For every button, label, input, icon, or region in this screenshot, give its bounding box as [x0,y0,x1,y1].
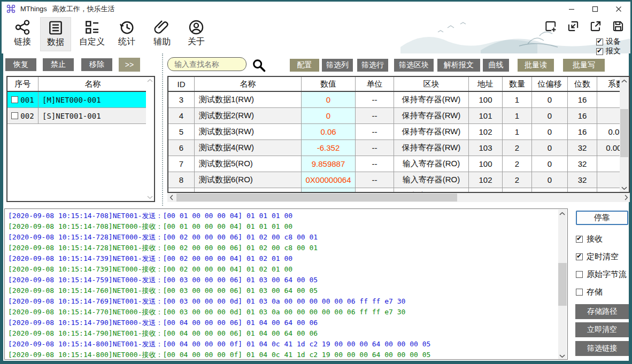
curve-button[interactable]: 曲线 [483,59,509,72]
device-row-checkbox[interactable] [11,96,18,103]
expand-button[interactable]: >> [119,58,140,72]
scroll-left-button[interactable] [167,193,175,202]
cell-value[interactable]: 0 [302,92,356,107]
vscrollbar-thumb[interactable] [558,263,567,306]
message-toggle[interactable]: 报文 [596,47,621,56]
scroll-up-icon [147,79,153,83]
receive-checkbox[interactable] [576,236,583,243]
cell-name: 测试数据5(RO) [195,156,302,172]
data-row[interactable]: 5 测试数据3(RW) 0.06 -- 保持寄存器(RW) 102 1 0 16… [168,124,630,140]
vscrollbar-thumb[interactable] [620,109,628,157]
storage-checkbox[interactable] [576,289,583,296]
batch-read-button[interactable]: 批量读 [518,59,554,72]
dock-button[interactable]: 停靠 [576,211,628,225]
cell-bits: 16 [568,108,597,123]
log-vscrollbar[interactable] [558,210,567,360]
toolbar-item-assist[interactable]: 辅助 [147,17,177,51]
column-header-num[interactable]: 序号 [7,77,38,91]
minimize-button[interactable] [560,2,583,16]
timed-clear-option-label: 定时清空 [587,252,619,262]
disable-button[interactable]: 禁止 [43,58,74,71]
panel-splitter[interactable] [162,53,163,206]
column-header-name[interactable]: 名称 [195,77,302,91]
receive-option[interactable]: 接收 [576,234,603,244]
hscrollbar-thumb[interactable] [176,193,457,202]
clear-now-button[interactable]: 立即清空 [575,322,629,337]
search-button[interactable] [251,58,267,73]
cell-quantity: 1 [503,108,532,123]
device-row-checkbox[interactable] [11,112,18,119]
filter-block-button[interactable]: 筛选区块 [394,59,434,72]
timed-clear-option[interactable]: 定时清空 [576,252,619,262]
data-row[interactable]: 6 测试数据4(RW) -6.352 -- 保持寄存器(RW) 103 2 0 … [168,140,630,156]
toolbar-item-link[interactable]: 链接 [7,17,38,51]
column-header-bits[interactable]: 位数 [568,77,597,91]
column-header-value[interactable]: 数值 [302,77,356,91]
cell-value[interactable]: 0.06 [302,124,356,140]
log-line: [2020-09-08 10:15:14-708]NET001-发送：[00 0… [8,211,557,221]
cell-bits: 32 [568,140,597,156]
timed-clear-checkbox[interactable] [576,253,583,260]
log-line: [2020-09-08 10:15:14-728]NET000-发送：[00 0… [8,232,557,243]
remove-button[interactable]: 移除 [81,58,112,71]
cell-id: 5 [168,124,195,140]
device-row[interactable]: 001 [M]NET000-001 [7,92,154,108]
data-row-partial[interactable]: 9 0 -- 输入寄存器(RO) 104 2 0 [168,188,630,193]
data-row[interactable]: 7 测试数据5(RO) 9.859887 -- 输入寄存器(RO) 100 2 … [168,156,630,172]
filter-row-button[interactable]: 筛选行 [357,59,388,72]
open-external-button[interactable] [588,18,604,34]
cell-address: 103 [469,140,503,156]
close-button[interactable] [607,2,630,16]
scroll-right-icon [624,195,628,200]
toolbar-item-statistics[interactable]: 统计 [112,17,142,51]
column-header-id[interactable]: ID [168,77,195,91]
column-header-unit[interactable]: 单位 [356,77,394,91]
toolbar-item-about[interactable]: 关于 [181,17,211,51]
column-header-bit-offset[interactable]: 位偏移 [532,77,568,91]
column-header-quantity[interactable]: 数量 [503,77,532,91]
storage-path-button[interactable]: 存储路径 [575,304,629,319]
message-log[interactable]: [2020-09-08 10:15:14-708]NET001-发送：[00 0… [4,208,568,360]
device-row[interactable]: 002 [S]NET001-001 [7,108,154,124]
device-table-scrollbar[interactable] [146,77,154,201]
scroll-up-button[interactable] [620,77,628,85]
raw-bytes-option[interactable]: 原始字节流 [576,269,627,280]
data-row[interactable]: 8 测试数据6(RO) 0X00000064 -- 输入寄存器(RO) 102 … [168,172,630,188]
column-header-address[interactable]: 地址 [469,77,503,91]
cell-value[interactable]: 0 [302,108,356,123]
search-input[interactable] [167,57,246,71]
device-toggle[interactable]: 设备 [596,37,621,47]
toolbar-item-custom[interactable]: 自定义 [74,17,110,51]
filter-column-button[interactable]: 筛选列 [322,59,353,72]
batch-write-button[interactable]: 批量写 [563,59,605,72]
data-table-hscrollbar[interactable] [167,193,630,202]
scroll-down-button[interactable] [558,352,566,360]
data-table-vscrollbar[interactable] [620,77,629,192]
new-window-button[interactable] [543,18,559,34]
scroll-down-button[interactable] [620,184,628,192]
cell-value[interactable]: -6.352 [302,140,356,156]
parse-message-button[interactable]: 解析报文 [437,59,480,72]
raw-bytes-checkbox[interactable] [576,271,583,278]
cell-value[interactable]: 9.859887 [302,156,356,172]
maximize-button[interactable] [583,2,607,16]
cell-value[interactable]: 0X00000064 [302,172,356,188]
cell-value[interactable]: 0 [302,188,356,193]
dock-import-button[interactable] [565,18,581,34]
toolbar-item-data[interactable]: 数据 [40,17,71,51]
message-checkbox[interactable] [596,48,603,55]
cell-block: 保持寄存器(RW) [394,108,469,123]
config-button[interactable]: 配置 [290,59,319,72]
scroll-up-button[interactable] [558,210,566,218]
device-checkbox[interactable] [596,38,603,45]
restore-button[interactable]: 恢复 [5,58,36,71]
save-button[interactable] [610,18,626,34]
scroll-right-button[interactable] [622,193,630,202]
column-header-name[interactable]: 名称 [38,77,147,91]
data-row[interactable]: 3 测试数据1(RW) 0 -- 保持寄存器(RW) 100 1 0 16 [168,92,630,108]
column-header-block[interactable]: 区块 [394,77,469,91]
filter-link-button[interactable]: 筛选链接 [575,341,629,356]
raw-bytes-option-label: 原始字节流 [587,269,627,280]
data-row[interactable]: 4 测试数据2(RW) 0 -- 保持寄存器(RW) 101 1 0 16 [168,108,630,124]
storage-option[interactable]: 存储 [576,287,603,297]
